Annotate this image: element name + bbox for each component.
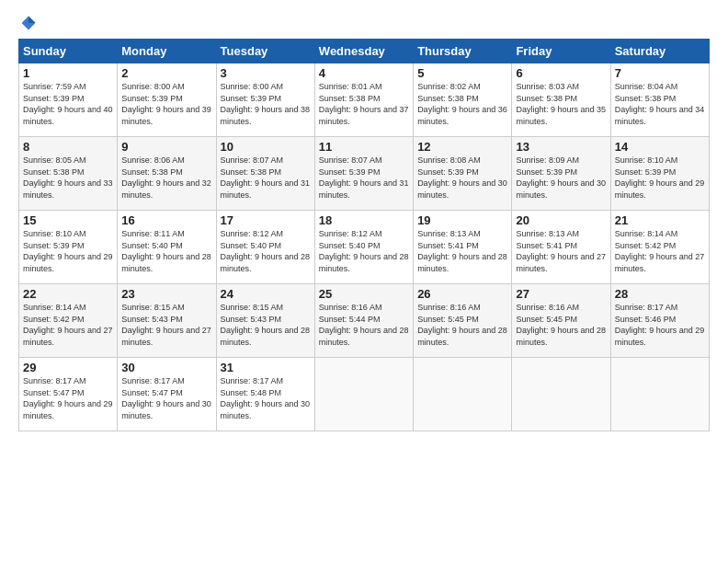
daylight-label: Daylight: 9 hours and 27 minutes. <box>121 326 211 347</box>
day-number: 17 <box>221 213 311 227</box>
daylight-label: Daylight: 9 hours and 34 minutes. <box>615 105 705 126</box>
sunrise-label: Sunrise: 8:08 AM <box>417 155 481 165</box>
day-number: 1 <box>23 66 113 80</box>
daylight-label: Daylight: 9 hours and 29 minutes. <box>23 399 113 420</box>
sunrise-label: Sunrise: 8:16 AM <box>319 303 382 312</box>
sunset-label: Sunset: 5:39 PM <box>121 94 183 103</box>
sunset-label: Sunset: 5:38 PM <box>121 167 183 177</box>
sunrise-label: Sunrise: 8:06 AM <box>121 155 185 165</box>
week-row-5: 29 Sunrise: 8:17 AM Sunset: 5:47 PM Dayl… <box>19 358 710 431</box>
day-info: Sunrise: 8:14 AM Sunset: 5:42 PM Dayligh… <box>23 302 113 348</box>
sunrise-label: Sunrise: 8:00 AM <box>121 82 185 91</box>
day-number: 15 <box>23 213 113 227</box>
day-number: 29 <box>23 361 113 374</box>
daylight-label: Daylight: 9 hours and 31 minutes. <box>319 178 409 200</box>
sunset-label: Sunset: 5:38 PM <box>319 94 381 103</box>
daylight-label: Daylight: 9 hours and 40 minutes. <box>23 105 113 126</box>
sunrise-label: Sunrise: 8:17 AM <box>23 376 86 385</box>
day-number: 26 <box>417 287 507 301</box>
header <box>18 15 710 28</box>
weekday-header-monday: Monday <box>118 40 216 63</box>
sunset-label: Sunset: 5:40 PM <box>319 241 381 250</box>
day-number: 18 <box>319 213 409 227</box>
day-cell-22: 22 Sunrise: 8:14 AM Sunset: 5:42 PM Dayl… <box>19 284 118 358</box>
day-number: 30 <box>121 361 211 374</box>
day-number: 12 <box>417 140 507 154</box>
day-number: 13 <box>516 140 606 154</box>
daylight-label: Daylight: 9 hours and 28 minutes. <box>221 326 311 347</box>
logo <box>18 15 37 28</box>
sunset-label: Sunset: 5:47 PM <box>121 388 183 397</box>
weekday-header-wednesday: Wednesday <box>314 40 413 63</box>
day-cell-1: 1 Sunrise: 7:59 AM Sunset: 5:39 PM Dayli… <box>19 63 118 137</box>
day-cell-25: 25 Sunrise: 8:16 AM Sunset: 5:44 PM Dayl… <box>314 284 413 358</box>
day-number: 24 <box>221 287 311 301</box>
calendar-table: SundayMondayTuesdayWednesdayThursdayFrid… <box>18 39 710 431</box>
week-row-1: 1 Sunrise: 7:59 AM Sunset: 5:39 PM Dayli… <box>19 63 710 137</box>
daylight-label: Daylight: 9 hours and 33 minutes. <box>23 178 113 200</box>
day-number: 6 <box>516 66 606 80</box>
daylight-label: Daylight: 9 hours and 27 minutes. <box>516 252 606 273</box>
sunset-label: Sunset: 5:39 PM <box>615 167 677 177</box>
day-info: Sunrise: 8:03 AM Sunset: 5:38 PM Dayligh… <box>516 81 606 127</box>
day-cell-15: 15 Sunrise: 8:10 AM Sunset: 5:39 PM Dayl… <box>19 211 118 284</box>
day-cell-10: 10 Sunrise: 8:07 AM Sunset: 5:38 PM Dayl… <box>216 137 314 211</box>
daylight-label: Daylight: 9 hours and 32 minutes. <box>121 178 211 200</box>
page-container: SundayMondayTuesdayWednesdayThursdayFrid… <box>0 0 728 441</box>
day-info: Sunrise: 8:16 AM Sunset: 5:45 PM Dayligh… <box>516 302 606 348</box>
day-number: 10 <box>221 140 311 154</box>
day-info: Sunrise: 8:00 AM Sunset: 5:39 PM Dayligh… <box>121 81 211 127</box>
day-number: 2 <box>121 66 211 80</box>
daylight-label: Daylight: 9 hours and 28 minutes. <box>417 252 507 273</box>
day-cell-23: 23 Sunrise: 8:15 AM Sunset: 5:43 PM Dayl… <box>118 284 216 358</box>
day-number: 23 <box>121 287 211 301</box>
daylight-label: Daylight: 9 hours and 28 minutes. <box>319 252 409 273</box>
sunset-label: Sunset: 5:43 PM <box>221 315 282 324</box>
day-info: Sunrise: 8:15 AM Sunset: 5:43 PM Dayligh… <box>121 302 211 348</box>
day-cell-26: 26 Sunrise: 8:16 AM Sunset: 5:45 PM Dayl… <box>414 284 512 358</box>
daylight-label: Daylight: 9 hours and 29 minutes. <box>615 178 705 200</box>
weekday-header-thursday: Thursday <box>414 40 512 63</box>
daylight-label: Daylight: 9 hours and 29 minutes. <box>615 326 705 347</box>
sunrise-label: Sunrise: 8:13 AM <box>516 229 579 238</box>
sunrise-label: Sunrise: 8:15 AM <box>121 303 185 312</box>
day-cell-9: 9 Sunrise: 8:06 AM Sunset: 5:38 PM Dayli… <box>118 137 216 211</box>
daylight-label: Daylight: 9 hours and 27 minutes. <box>615 252 705 273</box>
day-number: 11 <box>319 140 409 154</box>
day-info: Sunrise: 8:04 AM Sunset: 5:38 PM Dayligh… <box>615 81 705 127</box>
sunrise-label: Sunrise: 8:10 AM <box>615 155 678 165</box>
sunrise-label: Sunrise: 8:11 AM <box>121 229 185 238</box>
daylight-label: Daylight: 9 hours and 39 minutes. <box>121 105 211 126</box>
sunset-label: Sunset: 5:46 PM <box>615 315 677 324</box>
day-cell-31: 31 Sunrise: 8:17 AM Sunset: 5:48 PM Dayl… <box>216 358 314 431</box>
day-number: 25 <box>319 287 409 301</box>
sunrise-label: Sunrise: 8:12 AM <box>319 229 382 238</box>
empty-cell <box>610 358 709 431</box>
day-cell-4: 4 Sunrise: 8:01 AM Sunset: 5:38 PM Dayli… <box>314 63 413 137</box>
sunset-label: Sunset: 5:39 PM <box>23 94 85 103</box>
weekday-header-saturday: Saturday <box>610 40 709 63</box>
day-cell-12: 12 Sunrise: 8:08 AM Sunset: 5:39 PM Dayl… <box>414 137 512 211</box>
day-number: 19 <box>417 213 507 227</box>
daylight-label: Daylight: 9 hours and 28 minutes. <box>221 252 311 273</box>
sunset-label: Sunset: 5:38 PM <box>516 94 577 103</box>
day-cell-18: 18 Sunrise: 8:12 AM Sunset: 5:40 PM Dayl… <box>314 211 413 284</box>
daylight-label: Daylight: 9 hours and 28 minutes. <box>516 326 606 347</box>
weekday-header-tuesday: Tuesday <box>216 40 314 63</box>
day-info: Sunrise: 8:11 AM Sunset: 5:40 PM Dayligh… <box>121 228 211 274</box>
daylight-label: Daylight: 9 hours and 27 minutes. <box>23 326 113 347</box>
sunrise-label: Sunrise: 8:17 AM <box>615 303 678 312</box>
weekday-header-sunday: Sunday <box>19 40 118 63</box>
day-info: Sunrise: 8:13 AM Sunset: 5:41 PM Dayligh… <box>516 228 606 274</box>
sunrise-label: Sunrise: 8:05 AM <box>23 155 86 165</box>
day-info: Sunrise: 8:15 AM Sunset: 5:43 PM Dayligh… <box>221 302 311 348</box>
sunrise-label: Sunrise: 8:17 AM <box>221 376 284 385</box>
sunrise-label: Sunrise: 8:17 AM <box>121 376 185 385</box>
day-cell-11: 11 Sunrise: 8:07 AM Sunset: 5:39 PM Dayl… <box>314 137 413 211</box>
sunset-label: Sunset: 5:38 PM <box>615 94 677 103</box>
day-cell-24: 24 Sunrise: 8:15 AM Sunset: 5:43 PM Dayl… <box>216 284 314 358</box>
day-info: Sunrise: 8:10 AM Sunset: 5:39 PM Dayligh… <box>615 155 705 201</box>
daylight-label: Daylight: 9 hours and 30 minutes. <box>417 178 507 200</box>
day-info: Sunrise: 8:13 AM Sunset: 5:41 PM Dayligh… <box>417 228 507 274</box>
day-info: Sunrise: 8:02 AM Sunset: 5:38 PM Dayligh… <box>417 81 507 127</box>
